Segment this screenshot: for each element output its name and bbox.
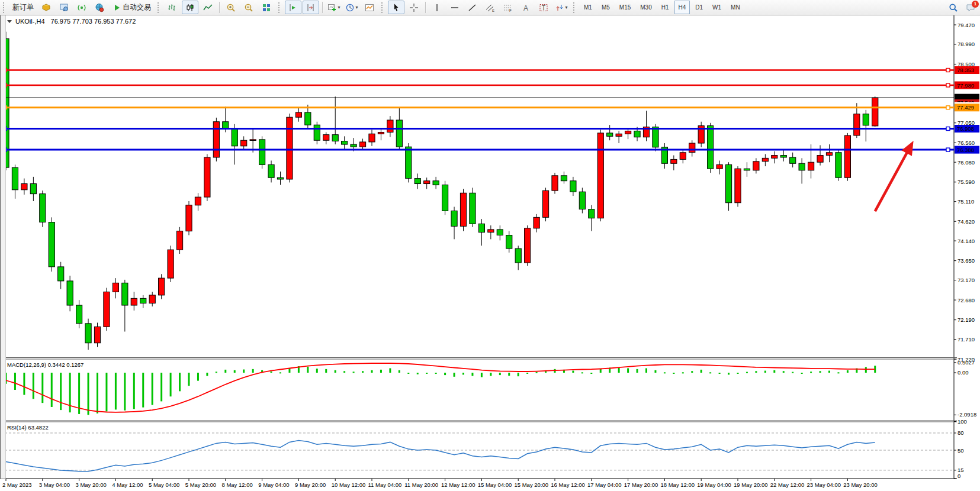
timeframe-m15-button[interactable]: M15 [615,1,635,14]
line-handle[interactable] [946,83,950,87]
time-axis-label: 2 May 2023 [2,482,32,488]
macd-histogram-bar [426,373,428,374]
timeframe-mn-button[interactable]: MN [727,1,744,14]
candle [30,184,36,194]
navigator-icon[interactable] [73,1,90,14]
candle [359,142,365,147]
toolbar-grip[interactable] [158,2,161,13]
candle [40,194,46,222]
candle [607,133,613,136]
time-axis-label: 9 May 20:00 [295,482,326,488]
trendline-icon[interactable] [464,1,481,14]
macd-label: MACD(12,26,9) 0.3442 0.1267 [7,361,83,368]
macd-histogram-bar [170,373,172,396]
line-handle[interactable] [946,127,950,130]
bar-chart-icon[interactable] [164,1,181,14]
chart-canvas[interactable]: 79.47078.99078.50077.05076.56076.08075.5… [0,15,980,491]
candle [232,128,237,146]
equidistant-channel-icon[interactable]: E [482,1,499,14]
candlestick-chart-icon[interactable] [182,1,198,14]
symbol-dropdown-icon[interactable] [7,20,12,23]
candle [744,169,750,170]
timeframe-clock-icon[interactable]: ▾ [343,1,360,14]
svg-text:E: E [492,9,494,12]
vertical-line-icon[interactable] [429,1,445,14]
toolbar-grip[interactable] [278,2,282,13]
candle [780,156,786,157]
macd-histogram-bar [764,371,766,373]
macd-histogram-bar [389,368,391,373]
market-watch-icon[interactable] [56,1,72,14]
line-handle[interactable] [946,106,950,109]
macd-histogram-bar [526,373,528,374]
candle [369,134,375,142]
candle [872,98,878,126]
auto-trading-button[interactable]: 自动交易 [109,1,154,14]
timeframe-w1-button[interactable]: W1 [708,1,725,14]
line-price-label: 78.353 [957,67,974,73]
macd-histogram-bar [105,373,107,411]
time-axis-label: 19 May 04:00 [697,482,731,488]
timeframe-m5-button[interactable]: M5 [597,1,614,14]
candle [122,283,128,305]
text-icon[interactable]: A [518,1,534,14]
terminal-icon[interactable] [91,1,108,14]
macd-histogram-bar [462,373,464,374]
macd-histogram-bar [197,373,199,381]
trend-arrow-shaft[interactable] [875,150,908,211]
arrows-objects-icon[interactable]: ▾ [553,1,570,14]
notifications-chat-button[interactable]: 1 [966,3,975,12]
candle [433,181,439,185]
candle [680,153,686,160]
timeframe-m1-button[interactable]: M1 [580,1,596,14]
macd-histogram-bar [783,371,785,373]
macd-histogram-bar [755,371,757,373]
horizontal-line-icon[interactable] [446,1,463,14]
macd-histogram-bar [709,372,711,373]
toolbar-grip[interactable] [381,2,385,13]
add-indicator-icon[interactable]: ▾ [326,1,342,14]
text-label-icon[interactable]: T [535,1,552,14]
line-handle[interactable] [946,148,950,151]
zoom-out-icon[interactable] [240,1,257,14]
macd-histogram-bar [837,372,839,373]
candle [470,193,475,224]
macd-histogram-bar [417,373,419,374]
symbol-period-label: UKOil-,H4 [15,18,45,25]
macd-histogram-bar [719,373,721,374]
chart-template-icon[interactable] [361,1,378,14]
candle [506,235,512,249]
macd-histogram-bar [645,368,647,373]
candle [836,153,841,177]
candle [844,135,850,177]
cursor-icon[interactable] [388,1,404,14]
window-left-edge [0,15,6,479]
fibonacci-icon[interactable]: F [500,1,516,14]
toolbar-grip[interactable] [573,2,577,13]
candle [570,181,576,192]
macd-tick-label: 0.5027 [957,359,975,366]
chart-shift-icon[interactable] [285,1,301,14]
macd-histogram-bar [307,367,309,373]
candle [159,278,165,295]
crosshair-icon[interactable] [406,1,422,14]
profiles-icon[interactable] [38,1,54,14]
line-chart-icon[interactable] [200,1,216,14]
line-handle[interactable] [946,69,950,72]
timeframe-h1-button[interactable]: H1 [657,1,673,14]
candle [21,184,27,190]
line-price-label: 76.908 [957,125,974,132]
zoom-in-icon[interactable] [223,1,239,14]
macd-histogram-bar [536,372,538,373]
new-order-button[interactable]: 新订单 [9,1,37,14]
timeframe-h4-button[interactable]: H4 [674,1,690,14]
tile-windows-icon[interactable] [258,1,275,14]
search-icon[interactable] [945,1,962,14]
toolbar-grip[interactable] [3,2,7,13]
timeframe-d1-button[interactable]: D1 [691,1,707,14]
timeframe-m30-button[interactable]: M30 [636,1,656,14]
auto-scroll-icon[interactable] [303,1,319,14]
chart-window: 79.47078.99078.50077.05076.56076.08075.5… [0,15,980,491]
macd-histogram-bar [637,369,638,373]
macd-histogram-bar [701,370,702,373]
